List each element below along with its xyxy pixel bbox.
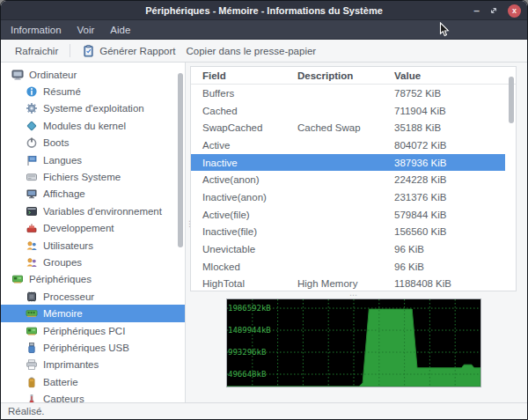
sidebar-item-variables-d-environnement[interactable]: Variables d'environnement: [1, 203, 185, 219]
sidebar-item-p-riph-riques-usb[interactable]: Périphériques USB: [1, 339, 185, 356]
sidebar-item-fichiers-systeme[interactable]: Fichiers Systeme: [1, 168, 185, 185]
sidebar-item-m-moire[interactable]: Mémoire: [1, 305, 185, 321]
cell-description: Cached Swap: [297, 122, 394, 133]
cell-value: 804072 KiB: [394, 140, 505, 151]
sidebar-item-ordinateur[interactable]: Ordinateur: [1, 66, 185, 83]
memory-icon: [26, 307, 39, 320]
table-row[interactable]: HighTotal High Memory 1188408 KiB: [191, 276, 505, 291]
table-row[interactable]: Buffers 78752 KiB: [191, 85, 505, 102]
sidebar-item-groupes[interactable]: Groupes: [1, 254, 185, 270]
table-scrollbar[interactable]: [509, 77, 514, 123]
status-text: Réalisé.: [8, 406, 45, 416]
sidebar-item-label: Mémoire: [43, 308, 83, 319]
maximize-icon: [489, 6, 498, 15]
cell-value: 96 KiB: [394, 244, 505, 254]
table-row[interactable]: Active(file) 579844 KiB: [191, 206, 505, 224]
sidebar-item-label: Langues: [43, 155, 82, 166]
sidebar-item-batterie[interactable]: Batterie: [1, 373, 185, 390]
sidebar-item-utilisateurs[interactable]: Utilisateurs: [1, 237, 185, 254]
column-header-description[interactable]: Description: [297, 70, 394, 81]
sidebar-item-p-riph-riques[interactable]: Périphériques: [1, 271, 185, 288]
sidebar-item-label: Affichage: [43, 188, 85, 199]
sidebar-item-affichage[interactable]: Affichage: [1, 186, 185, 203]
table-row[interactable]: Cached 711904 KiB: [191, 102, 505, 120]
minimize-button[interactable]: –: [473, 7, 480, 14]
sidebar-item-r-sum-[interactable]: Résumé: [1, 83, 185, 99]
sidebar-item-label: Variables d'environnement: [43, 206, 162, 217]
refresh-button-label: Rafraichir: [15, 46, 58, 56]
sidebar-item-capteurs[interactable]: Capteurs: [1, 390, 185, 402]
graph-area: 1986592kB1489944kB993296kB496648kB: [190, 298, 517, 402]
cell-value: 231376 KiB: [394, 192, 505, 203]
content-area: Ordinateur Résumé Systeme d'exploitation…: [1, 63, 527, 402]
table-body: Buffers 78752 KiB Cached 711904 KiB Swap…: [191, 85, 505, 291]
table-row[interactable]: Active(anon) 224228 KiB: [191, 171, 505, 188]
sidebar-item-label: Périphériques PCI: [43, 326, 125, 336]
cell-field: Active: [202, 140, 297, 151]
sidebar-item-label: Batterie: [43, 377, 78, 387]
printer-icon: [26, 358, 39, 371]
flag-icon: [26, 154, 39, 166]
table-row[interactable]: Inactive 387936 KiB: [191, 154, 505, 172]
cell-field: Active(anon): [202, 174, 297, 185]
battery-icon: [26, 376, 39, 388]
cell-value: 35188 KiB: [394, 122, 505, 133]
sidebar-item-label: Groupes: [43, 257, 82, 268]
table-row[interactable]: Inactive(anon) 231376 KiB: [191, 188, 505, 206]
display-icon: [26, 188, 39, 200]
sidebar-scrollbar[interactable]: [178, 73, 183, 247]
refresh-button[interactable]: Rafraichir: [10, 41, 63, 61]
cell-value: 579844 KiB: [394, 210, 505, 220]
info-icon: [26, 85, 39, 98]
group-icon: [26, 256, 39, 269]
menu-item-aide[interactable]: Aide: [102, 20, 138, 40]
sidebar-item-label: Résumé: [43, 86, 81, 97]
sidebar-item-imprimantes[interactable]: Imprimantes: [1, 357, 185, 373]
toolbar-separator: [70, 44, 70, 57]
titlebar[interactable]: Périphériques - Mémoire - Informations d…: [1, 1, 527, 20]
clipboard-icon: [82, 44, 95, 58]
cell-value: 387936 KiB: [394, 158, 505, 168]
pci-icon: [26, 325, 39, 337]
generate-report-button[interactable]: Générer Rapport: [77, 41, 180, 61]
graph-splitter[interactable]: ⋯: [190, 291, 517, 298]
column-header-value[interactable]: Value: [394, 70, 516, 81]
sidebar-item-modules-du-kernel[interactable]: Modules du kernel: [1, 117, 185, 134]
dev-tools-icon: [26, 222, 39, 234]
menu-item-voir[interactable]: Voir: [70, 20, 103, 40]
table-row[interactable]: Mlocked 96 KiB: [191, 258, 505, 276]
maximize-button[interactable]: [489, 6, 498, 15]
sidebar-item-label: Fichiers Systeme: [43, 172, 121, 182]
table-row[interactable]: Unevictable 96 KiB: [191, 240, 505, 258]
column-header-field[interactable]: Field: [202, 70, 297, 81]
cell-field: Inactive(anon): [202, 192, 297, 203]
drive-icon: [26, 171, 39, 183]
sidebar-item-boots[interactable]: Boots: [1, 135, 185, 151]
sidebar-item-p-riph-riques-pci[interactable]: Périphériques PCI: [1, 322, 185, 339]
table-row[interactable]: Active 804072 KiB: [191, 136, 505, 154]
sidebar-item-langues[interactable]: Langues: [1, 151, 185, 168]
table-row[interactable]: Inactive(file) 156560 KiB: [191, 224, 505, 241]
graph-y-tick-label: 1986592kB: [228, 304, 271, 313]
close-icon: x: [512, 7, 517, 15]
sidebar-item-label: Périphériques: [29, 274, 92, 284]
sidebar-item-label: Capteurs: [43, 394, 84, 402]
usb-icon: [26, 342, 39, 354]
menu-item-information[interactable]: Information: [3, 20, 70, 40]
sidebar-item-label: Boots: [43, 137, 69, 148]
cell-value: 156560 KiB: [394, 226, 505, 237]
close-button[interactable]: x: [508, 4, 521, 18]
graph-y-tick-label: 993296kB: [228, 348, 266, 357]
sidebar-item-label: Modules du kernel: [43, 121, 126, 131]
cell-field: Active(file): [202, 210, 297, 220]
users-icon: [26, 239, 39, 252]
cell-description: High Memory: [297, 278, 394, 289]
sidebar-item-developpement[interactable]: Developpement: [1, 220, 185, 237]
sidebar-item-processeur[interactable]: Processeur: [1, 288, 185, 305]
copy-to-clipboard-button[interactable]: Copier dans le presse-papier: [181, 41, 322, 61]
sidebar-item-systeme-d-exploitation[interactable]: Systeme d'exploitation: [1, 100, 185, 117]
cell-value: 224228 KiB: [394, 174, 505, 185]
table-row[interactable]: SwapCached Cached Swap 35188 KiB: [191, 119, 505, 136]
statusbar: Réalisé.: [1, 402, 527, 419]
graph-y-tick-label: 496648kB: [228, 370, 266, 379]
